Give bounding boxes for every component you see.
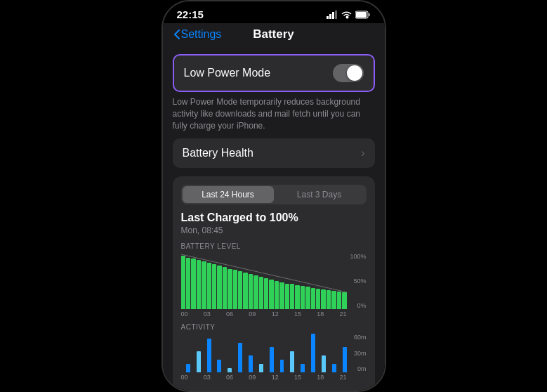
- activity-label: ACTIVITY: [181, 323, 367, 331]
- x-label: 12: [272, 374, 279, 381]
- battery-bar: [290, 284, 294, 309]
- activity-bar: [290, 351, 294, 373]
- battery-bar: [327, 290, 331, 309]
- battery-bar: [238, 271, 242, 309]
- activity-bar: [296, 371, 300, 372]
- activity-bar: [270, 347, 274, 373]
- battery-bar: [228, 269, 232, 310]
- battery-chart-card: Last 24 Hours Last 3 Days Last Charged t…: [173, 176, 375, 391]
- battery-health-label: Battery Health: [183, 147, 253, 159]
- activity-chart: 60m 30m 0m: [181, 334, 367, 372]
- activity-y-labels: 60m 30m 0m: [354, 334, 367, 372]
- activity-bar: [280, 360, 284, 372]
- battery-bar: [217, 266, 221, 309]
- battery-x-labels: 0003060912151821: [181, 311, 367, 318]
- battery-bar: [223, 267, 227, 309]
- y-label-50: 50%: [353, 277, 366, 285]
- activity-bar: [223, 371, 227, 372]
- back-button[interactable]: Settings: [174, 28, 222, 41]
- x-label: 21: [339, 311, 346, 318]
- activity-bar: [301, 364, 305, 372]
- x-label: 18: [317, 374, 324, 381]
- back-label: Settings: [181, 28, 222, 41]
- activity-bar: [306, 371, 310, 372]
- wifi-icon: [341, 11, 352, 19]
- battery-bar: [337, 292, 341, 310]
- phone-frame: 22:15: [162, 0, 386, 392]
- x-label: 18: [317, 311, 324, 318]
- activity-bar: [197, 351, 201, 373]
- svg-rect-6: [369, 13, 370, 16]
- chevron-right-icon: ›: [361, 147, 364, 159]
- activity-bar: [186, 364, 190, 372]
- svg-rect-0: [327, 16, 329, 19]
- act-y-60: 60m: [354, 334, 367, 341]
- battery-bar: [243, 273, 247, 309]
- time-range-tabs: Last 24 Hours Last 3 Days: [181, 185, 367, 204]
- status-icons: [327, 11, 371, 19]
- battery-bar: [259, 277, 263, 309]
- battery-bar: [233, 270, 237, 309]
- x-label: 00: [181, 374, 188, 381]
- activity-bar: [212, 371, 216, 372]
- activity-bar: [191, 371, 195, 372]
- activity-bar: [285, 371, 289, 372]
- x-label: 12: [272, 311, 279, 318]
- x-label: 15: [294, 374, 301, 381]
- battery-bar: [311, 288, 315, 309]
- act-y-0: 0m: [357, 365, 367, 372]
- act-y-30: 30m: [354, 350, 367, 357]
- svg-rect-3: [335, 11, 337, 19]
- activity-x-labels: 0003060912151821: [181, 374, 367, 381]
- low-power-toggle[interactable]: [333, 64, 364, 82]
- x-label: 15: [294, 311, 301, 318]
- low-power-mode-row[interactable]: Low Power Mode: [173, 54, 375, 92]
- battery-bar: [295, 285, 299, 309]
- battery-bar: [331, 291, 336, 309]
- x-label: 09: [249, 311, 256, 318]
- activity-bar: [275, 371, 279, 372]
- toggle-thumb: [347, 65, 362, 81]
- status-time: 22:15: [177, 8, 204, 20]
- battery-bar: [253, 275, 258, 309]
- battery-level-label: BATTERY LEVEL: [181, 242, 367, 250]
- activity-bar: [228, 368, 232, 372]
- activity-bar: [244, 371, 248, 372]
- charged-title: Last Charged to 100%: [181, 211, 367, 224]
- low-power-description: Low Power Mode temporarily reduces backg…: [173, 96, 375, 131]
- svg-rect-1: [329, 14, 331, 19]
- activity-bar: [332, 364, 336, 372]
- activity-bar: [316, 371, 320, 372]
- battery-health-row[interactable]: Battery Health ›: [173, 138, 375, 168]
- svg-rect-2: [332, 12, 334, 19]
- signal-icon: [327, 11, 338, 19]
- activity-bars: [181, 334, 347, 372]
- battery-bar: [191, 259, 195, 309]
- activity-bar: [202, 371, 206, 372]
- activity-bar: [249, 355, 253, 372]
- battery-bar: [181, 256, 185, 309]
- battery-bar: [269, 280, 273, 309]
- low-power-label: Low Power Mode: [184, 67, 271, 79]
- battery-bar: [212, 264, 216, 309]
- battery-bar: [342, 292, 346, 310]
- tab-24hours[interactable]: Last 24 Hours: [183, 186, 274, 203]
- battery-bar: [301, 286, 305, 310]
- activity-bar: [327, 371, 331, 372]
- tab-3days[interactable]: Last 3 Days: [274, 186, 365, 203]
- charged-subtitle: Mon, 08:45: [181, 226, 367, 235]
- x-label: 06: [226, 374, 233, 381]
- activity-bar: [207, 339, 211, 373]
- battery-bar: [264, 278, 268, 309]
- battery-bar: [197, 260, 201, 309]
- y-label-100: 100%: [350, 253, 366, 260]
- battery-bar: [279, 282, 284, 309]
- battery-bar: [202, 261, 206, 309]
- x-label: 21: [339, 374, 346, 381]
- battery-bar: [305, 287, 310, 309]
- battery-bar: [207, 263, 211, 309]
- activity-bar: [264, 371, 268, 372]
- activity-bar: [233, 371, 237, 372]
- svg-rect-5: [356, 12, 367, 18]
- x-label: 06: [226, 311, 233, 318]
